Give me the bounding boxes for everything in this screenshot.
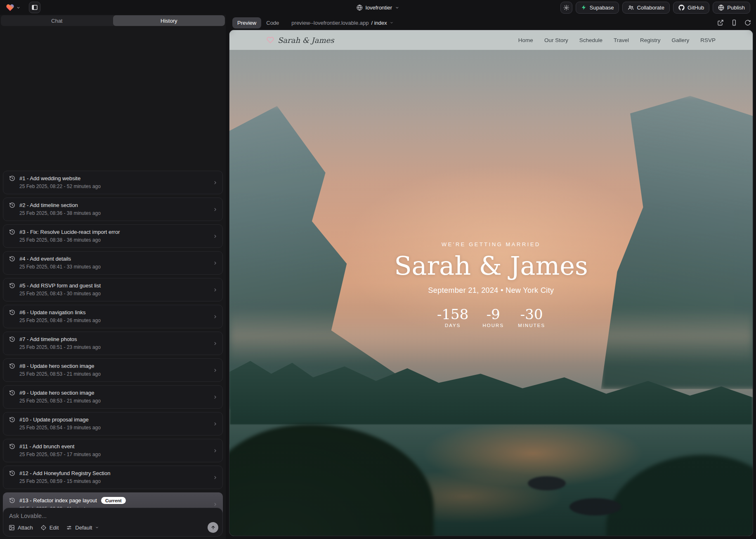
history-item-title: #10 - Update proposal image <box>19 417 89 423</box>
chevron-down-icon <box>395 5 399 10</box>
prompt-box[interactable]: Attach Edit Default <box>3 508 223 537</box>
hero-couple-names: Sarah & James <box>229 253 753 279</box>
countdown-label: MINUTES <box>518 323 545 328</box>
countdown-value: -9 <box>480 307 506 321</box>
mode-select[interactable]: Default <box>66 525 99 531</box>
site-brand[interactable]: Sarah & James <box>267 36 334 45</box>
supabase-button[interactable]: Supabase <box>576 2 619 14</box>
panel-left-icon <box>31 4 38 11</box>
attach-button[interactable]: Attach <box>9 525 33 531</box>
topbar-actions: Supabase Collaborate GitHub Publish <box>560 2 750 14</box>
history-item-title: #12 - Add Honeyfund Registry Section <box>19 470 110 476</box>
chevron-right-icon <box>213 314 218 319</box>
lovable-logo-menu[interactable] <box>6 3 21 12</box>
history-item[interactable]: #4 - Add event details 25 Feb 2025, 08:4… <box>3 251 223 275</box>
sliders-icon <box>66 525 72 531</box>
attach-label: Attach <box>18 525 33 531</box>
project-switcher[interactable]: lovefrontier <box>357 0 399 15</box>
history-item-title: #7 - Add timeline photos <box>19 336 77 342</box>
github-icon <box>678 5 685 11</box>
hero-content: WE'RE GETTING MARRIED Sarah & James Sept… <box>229 241 753 328</box>
tab-preview[interactable]: Preview <box>232 17 261 28</box>
history-item[interactable]: #9 - Update hero section image 25 Feb 20… <box>3 385 223 409</box>
prompt-input[interactable] <box>9 513 217 519</box>
refresh-icon[interactable] <box>744 19 751 26</box>
collaborate-button[interactable]: Collaborate <box>622 2 670 14</box>
history-item[interactable]: #1 - Add wedding website 25 Feb 2025, 08… <box>3 171 223 194</box>
site-nav-link[interactable]: Travel <box>614 37 629 43</box>
history-icon <box>9 417 15 423</box>
history-item-time: 25 Feb 2025, 08:22 - 52 minutes ago <box>19 184 210 189</box>
history-item[interactable]: #2 - Add timeline section 25 Feb 2025, 0… <box>3 198 223 221</box>
history-icon <box>9 309 15 315</box>
tab-chat[interactable]: Chat <box>1 15 113 26</box>
countdown-unit: -30 MINUTES <box>518 307 545 328</box>
target-icon <box>40 525 47 531</box>
history-item-time: 25 Feb 2025, 08:38 - 36 minutes ago <box>19 237 210 243</box>
open-external-icon[interactable] <box>717 19 724 26</box>
preview-path: / index <box>371 20 387 26</box>
history-item[interactable]: #5 - Add RSVP form and guest list 25 Feb… <box>3 278 223 301</box>
site-nav-link[interactable]: Schedule <box>579 37 602 43</box>
preview-controls <box>717 19 751 26</box>
site-nav-link[interactable]: Gallery <box>671 37 689 43</box>
edit-select-button[interactable]: Edit <box>40 525 59 531</box>
hero-section: Sarah & James Home Our Story Schedule Tr… <box>229 30 753 536</box>
chevron-down-icon <box>16 5 21 10</box>
image-icon <box>9 525 15 531</box>
site-nav-link[interactable]: Home <box>518 37 533 43</box>
history-icon <box>9 229 15 235</box>
preview-url[interactable]: preview--lovefrontier.lovable.app / inde… <box>291 20 393 26</box>
chevron-right-icon <box>213 475 218 480</box>
history-item-title: #13 - Refactor index page layout <box>19 497 97 504</box>
history-item-title: #8 - Update hero section image <box>19 363 94 369</box>
github-button[interactable]: GitHub <box>673 2 709 14</box>
history-item[interactable]: #7 - Add timeline photos 25 Feb 2025, 08… <box>3 332 223 355</box>
mobile-view-icon[interactable] <box>731 19 737 26</box>
history-item-title: #5 - Add RSVP form and guest list <box>19 282 101 289</box>
history-item-title: #4 - Add event details <box>19 256 71 262</box>
history-item-time: 25 Feb 2025, 08:53 - 21 minutes ago <box>19 398 210 404</box>
chevron-right-icon <box>213 501 218 507</box>
history-item[interactable]: #12 - Add Honeyfund Registry Section 25 … <box>3 466 223 489</box>
left-panel: Chat History #1 - Add wedding website 25… <box>0 15 226 539</box>
history-item[interactable]: #6 - Update navigation links 25 Feb 2025… <box>3 305 223 328</box>
history-icon <box>9 202 15 208</box>
history-icon <box>9 470 15 476</box>
history-item[interactable]: #3 - Fix: Resolve Lucide-react import er… <box>3 224 223 248</box>
site-nav-link[interactable]: Registry <box>640 37 661 43</box>
supabase-bolt-icon <box>581 5 587 10</box>
send-button[interactable] <box>208 522 218 533</box>
history-item[interactable]: #11 - Add brunch event 25 Feb 2025, 08:5… <box>3 439 223 462</box>
settings-button[interactable] <box>560 2 572 14</box>
chevron-right-icon <box>213 394 218 400</box>
history-icon <box>9 282 15 289</box>
history-item-title: #1 - Add wedding website <box>19 175 80 181</box>
publish-label: Publish <box>727 5 745 11</box>
history-icon <box>9 175 15 181</box>
sidebar-toggle-button[interactable] <box>29 2 40 13</box>
countdown-value: -158 <box>437 307 468 321</box>
history-item-time: 25 Feb 2025, 08:57 - 17 minutes ago <box>19 452 210 457</box>
preview-toolbar: Preview Code preview--lovefrontier.lovab… <box>232 16 751 29</box>
chevron-right-icon <box>213 448 218 453</box>
site-nav-link[interactable]: RSVP <box>700 37 716 43</box>
history-item[interactable]: #8 - Update hero section image 25 Feb 20… <box>3 358 223 382</box>
history-item-time: 25 Feb 2025, 08:36 - 38 minutes ago <box>19 210 210 216</box>
countdown-value: -30 <box>518 307 545 321</box>
preview-domain: preview--lovefrontier.lovable.app <box>291 20 369 26</box>
site-nav-link[interactable]: Our Story <box>544 37 568 43</box>
history-icon <box>9 256 15 262</box>
history-item-time: 25 Feb 2025, 08:41 - 33 minutes ago <box>19 264 210 270</box>
tab-code[interactable]: Code <box>261 17 284 28</box>
publish-button[interactable]: Publish <box>713 2 750 14</box>
chevron-right-icon <box>213 233 218 239</box>
mode-label: Default <box>75 525 92 531</box>
tab-history[interactable]: History <box>113 15 225 26</box>
history-list: #1 - Add wedding website 25 Feb 2025, 08… <box>3 171 223 516</box>
history-item[interactable]: #10 - Update proposal image 25 Feb 2025,… <box>3 412 223 435</box>
top-bar: lovefrontier Supabase Collaborate <box>0 0 756 15</box>
current-badge: Current <box>101 497 126 504</box>
chevron-right-icon <box>213 367 218 373</box>
history-icon <box>9 497 15 504</box>
